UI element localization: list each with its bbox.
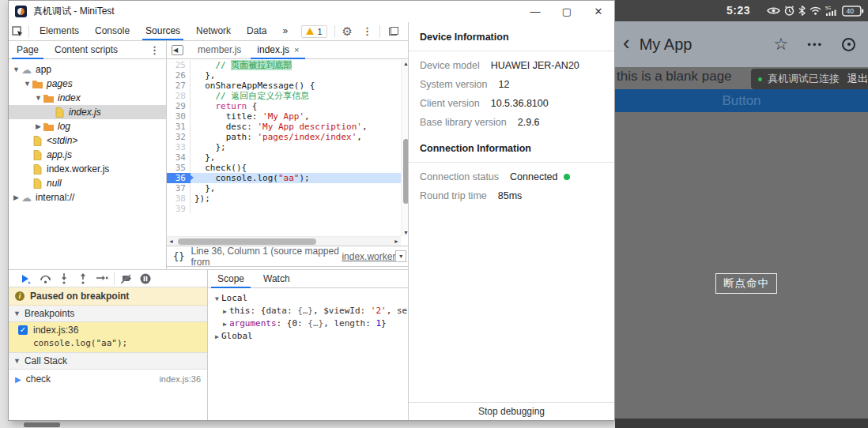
tree-item--stdin-[interactable]: <stdin> (9, 133, 166, 148)
scope-row-0[interactable]: ▼Local (213, 292, 409, 305)
tree-item-internal-[interactable]: ▶☁internal:// (9, 190, 166, 205)
code-line-31[interactable]: 31 desc: 'My App description', (167, 122, 401, 132)
step-icon[interactable] (92, 275, 111, 283)
devtools-tab-elements[interactable]: Elements (32, 22, 87, 40)
back-icon[interactable]: ‹ (623, 31, 630, 55)
record-icon[interactable] (842, 38, 855, 51)
warnings-badge[interactable]: 1 (301, 25, 326, 38)
triangle-right-icon[interactable]: ▶ (221, 305, 229, 317)
call-stack-frame[interactable]: ▶ check index.js:36 (9, 370, 207, 389)
breakpoint-entry[interactable]: ✓ index.js:36 console.log("aa"); (9, 322, 207, 353)
code-line-29[interactable]: 29 return { (167, 101, 401, 111)
tab-watch[interactable]: Watch (254, 270, 300, 288)
scope-row-2[interactable]: ▶arguments: {0: {…}, length: 1} (213, 317, 409, 330)
frame-location[interactable]: index.js:36 (159, 374, 201, 384)
tree-item-app[interactable]: ▼☁app (9, 62, 166, 77)
code-line-25[interactable]: 25 // 页面被拉到底部 (167, 60, 401, 70)
triangle-right-icon[interactable]: ▶ (221, 317, 229, 330)
gear-icon[interactable]: ⚙ (342, 24, 353, 39)
line-number[interactable]: 29 (167, 101, 191, 111)
editor-tab-index-js[interactable]: index.js× (249, 41, 307, 59)
editor-tab-member-js[interactable]: member.js (190, 41, 249, 59)
devtools-tab-data[interactable]: Data (239, 22, 274, 40)
line-number[interactable]: 33 (167, 142, 191, 152)
tree-item-pages[interactable]: ▼pages (9, 77, 166, 91)
deactivate-breakpoints-icon[interactable] (117, 273, 136, 283)
devtools-tab-sources[interactable]: Sources (138, 22, 188, 40)
triangle-right-icon[interactable]: ▶ (213, 330, 221, 343)
breakpoints-section-header[interactable]: ▼ Breakpoints (9, 306, 207, 322)
line-number[interactable]: 38 (167, 193, 191, 204)
code-line-33[interactable]: 33 }; (167, 142, 401, 152)
tree-item-index[interactable]: ▼index (9, 91, 166, 105)
step-out-icon[interactable] (74, 273, 92, 284)
line-number[interactable]: 30 (167, 111, 191, 122)
favorite-star-icon[interactable]: ☆ (774, 35, 789, 54)
tab-content-scripts[interactable]: Content scripts (47, 41, 126, 59)
code-line-27[interactable]: 27 onShareAppMessage() { (167, 81, 401, 91)
resume-script-icon[interactable] (17, 274, 36, 283)
devtools-tab-console[interactable]: Console (87, 22, 138, 40)
triangle-right-icon[interactable]: ▶ (34, 122, 43, 130)
step-into-icon[interactable] (55, 273, 74, 284)
call-stack-section-header[interactable]: ▼ Call Stack (9, 353, 207, 370)
miniapp-button[interactable]: Button (615, 89, 868, 112)
code-line-38[interactable]: 38}); (167, 193, 401, 204)
undock-icon[interactable] (389, 27, 398, 36)
code-editor[interactable]: 25 // 页面被拉到底部26 },27 onShareAppMessage()… (167, 60, 401, 236)
code-line-26[interactable]: 26 }, (167, 70, 401, 81)
code-line-35[interactable]: 35 check(){ (167, 163, 401, 173)
minimize-button[interactable]: — (519, 2, 551, 22)
toast-exit-button[interactable]: 退出 (847, 72, 868, 86)
scope-row-1[interactable]: ▶this: {data: {…}, $viewId: '2', setData… (213, 305, 409, 317)
tree-item-index-worker-js[interactable]: index.worker.js (9, 162, 166, 176)
pause-on-exceptions-icon[interactable] (136, 273, 155, 284)
maximize-button[interactable]: ▢ (551, 2, 583, 22)
close-button[interactable]: ✕ (583, 2, 614, 22)
code-line-37[interactable]: 37 }, (167, 183, 401, 193)
triangle-down-icon[interactable]: ▼ (23, 80, 32, 88)
status-more-icon[interactable]: ▾ (395, 250, 406, 262)
horizontal-scrollbar[interactable]: ◄ ► (167, 236, 401, 246)
tree-item-null[interactable]: null (9, 176, 166, 190)
tree-item-index-js[interactable]: index.js (9, 105, 166, 119)
code-line-36[interactable]: 36 console.log("aa"); (167, 173, 401, 183)
triangle-right-icon[interactable]: ▶ (12, 193, 21, 201)
line-number[interactable]: 31 (167, 122, 191, 132)
line-number[interactable]: 28 (167, 91, 191, 101)
line-number[interactable]: 37 (167, 183, 191, 193)
triangle-down-icon[interactable]: ▼ (12, 66, 21, 73)
scope-row-3[interactable]: ▶Global (213, 330, 409, 343)
line-number[interactable]: 39 (167, 204, 191, 214)
line-number[interactable]: 35 (167, 163, 191, 173)
triangle-down-icon[interactable]: ▼ (213, 292, 221, 305)
triangle-down-icon[interactable]: ▼ (34, 94, 43, 102)
source-map-link[interactable]: index.worker (342, 251, 395, 262)
horizontal-scroll-thumb[interactable] (178, 238, 316, 245)
inspect-element-icon[interactable] (9, 26, 26, 37)
kebab-menu-icon[interactable]: ⋮ (362, 25, 372, 37)
tab-page[interactable]: Page (9, 41, 47, 59)
collapse-panel-icon[interactable]: ◀ (172, 45, 183, 55)
close-tab-icon[interactable]: × (294, 45, 299, 54)
line-number[interactable]: 27 (167, 81, 191, 91)
code-line-39[interactable]: 39 (167, 204, 401, 214)
line-number[interactable]: 36 (167, 173, 191, 183)
step-over-icon[interactable] (36, 274, 55, 283)
code-line-30[interactable]: 30 title: 'My App', (167, 111, 401, 122)
tree-item-app-js[interactable]: app.js (9, 148, 166, 162)
line-number[interactable]: 26 (167, 70, 191, 81)
code-line-28[interactable]: 28 // 返回自定义分享信息 (167, 91, 401, 101)
pretty-print-icon[interactable]: {} (173, 251, 184, 262)
sidebar-kebab-icon[interactable]: ⋮ (149, 44, 160, 56)
breakpoint-checkbox[interactable]: ✓ (18, 325, 28, 335)
code-line-34[interactable]: 34 }, (167, 152, 401, 163)
line-number[interactable]: 34 (167, 152, 191, 163)
line-number[interactable]: 25 (167, 60, 191, 70)
more-tabs-chevron[interactable]: » (274, 22, 296, 40)
devtools-tab-network[interactable]: Network (188, 22, 239, 40)
more-menu-icon[interactable]: ••• (807, 39, 823, 51)
line-number[interactable]: 32 (167, 132, 191, 142)
stop-debugging-button[interactable]: Stop debugging (409, 402, 614, 420)
code-line-32[interactable]: 32 path: 'pages/index/index', (167, 132, 401, 142)
